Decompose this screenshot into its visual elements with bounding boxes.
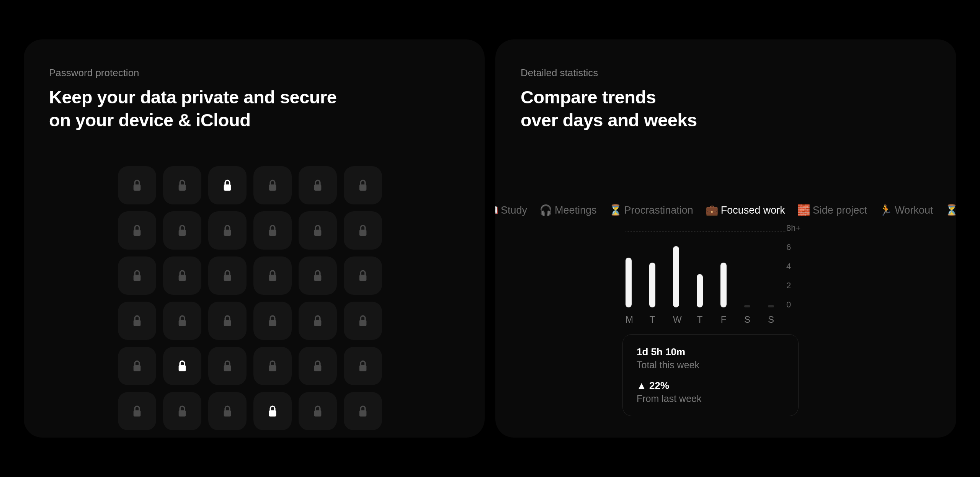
eyebrow-right: Detailed statistics (521, 67, 931, 79)
svg-rect-31 (179, 410, 186, 417)
y-tick: 6 (786, 242, 791, 252)
svg-rect-21 (269, 320, 276, 326)
lock-icon (358, 224, 368, 237)
lock-icon (132, 269, 142, 282)
svg-rect-10 (314, 230, 322, 236)
lock-tile (208, 211, 247, 250)
svg-rect-13 (179, 275, 186, 281)
lock-tile (253, 211, 292, 250)
lock-icon (222, 179, 233, 192)
lock-icon (222, 224, 233, 237)
category-procrastination[interactable]: ⏳Procrastination (611, 204, 693, 216)
lock-tile (208, 302, 247, 340)
category-focused-work[interactable]: 💼Focused work (708, 204, 785, 216)
svg-rect-25 (179, 365, 186, 371)
svg-rect-2 (224, 185, 231, 191)
lock-icon (267, 314, 278, 327)
lock-icon (177, 179, 188, 192)
category-study[interactable]: 📖Study (495, 204, 527, 216)
lock-icon (177, 224, 188, 237)
category-procrastination[interactable]: ⏳Procrastination (947, 204, 956, 216)
svg-rect-23 (359, 320, 367, 326)
delta-value: ▲ 22% (637, 380, 784, 392)
day-label: S (744, 314, 750, 325)
lock-tile (163, 256, 201, 295)
bar-T (649, 263, 655, 308)
lock-icon (358, 359, 368, 372)
lock-icon (132, 405, 142, 418)
svg-rect-6 (134, 230, 141, 236)
briefcase-icon: 💼 (708, 204, 716, 216)
lock-tile (208, 347, 247, 385)
lock-icon (177, 405, 188, 418)
category-strip[interactable]: 📖Study🎧Meetings⏳Procrastination💼Focused … (495, 204, 956, 216)
category-side-project[interactable]: 🧱Side project (800, 204, 867, 216)
svg-rect-32 (224, 410, 231, 417)
lock-icon (267, 359, 278, 372)
category-meetings[interactable]: 🎧Meetings (542, 204, 597, 216)
svg-rect-30 (134, 410, 141, 417)
lock-tile (344, 256, 382, 295)
svg-rect-17 (359, 275, 367, 281)
lock-tile (299, 347, 337, 385)
lock-tile (253, 166, 292, 204)
eyebrow-left: Password protection (49, 67, 459, 79)
svg-rect-5 (359, 185, 367, 191)
category-label: Meetings (555, 204, 597, 216)
svg-rect-19 (179, 320, 186, 326)
delta-label: From last week (637, 393, 784, 404)
lock-icon (358, 405, 368, 418)
svg-rect-27 (269, 365, 276, 371)
svg-rect-1 (179, 185, 186, 191)
lock-icon (312, 405, 323, 418)
svg-rect-28 (314, 365, 322, 371)
lock-icon (132, 179, 142, 192)
svg-rect-34 (314, 410, 322, 417)
day-label: F (720, 314, 727, 325)
lock-tile (344, 211, 382, 250)
svg-rect-15 (269, 275, 276, 281)
y-tick: 2 (786, 281, 791, 291)
lock-tile (208, 166, 247, 204)
svg-rect-7 (179, 230, 186, 236)
lock-icon (267, 405, 278, 418)
lock-icon (222, 359, 233, 372)
lock-icon (132, 314, 142, 327)
statistics-card: Detailed statistics Compare trends over … (495, 39, 956, 438)
svg-rect-4 (314, 185, 322, 191)
day-label: W (673, 314, 679, 325)
lock-tile (118, 347, 156, 385)
lock-tile (118, 256, 156, 295)
bar-chart: MTWTFSS 8h+6420 (626, 231, 774, 325)
svg-rect-33 (269, 410, 276, 417)
lock-tile (253, 347, 292, 385)
hourglass-icon: ⏳ (611, 204, 620, 216)
lock-tile (163, 347, 201, 385)
stack-icon: 🧱 (800, 204, 808, 216)
lock-tile (299, 392, 337, 430)
lock-icon (312, 314, 323, 327)
headphones-icon: 🎧 (542, 204, 550, 216)
lock-tile (299, 211, 337, 250)
lock-icon (312, 224, 323, 237)
lock-tile (344, 347, 382, 385)
lock-tile (344, 166, 382, 204)
lock-tile (344, 392, 382, 430)
book-icon: 📖 (495, 204, 496, 216)
svg-rect-16 (314, 275, 322, 281)
lock-tile (253, 302, 292, 340)
category-label: Procrastination (624, 204, 693, 216)
lock-grid (118, 166, 459, 430)
y-tick: 0 (786, 300, 791, 310)
lock-tile (208, 392, 247, 430)
lock-icon (312, 179, 323, 192)
svg-rect-0 (134, 185, 141, 191)
category-label: Focused work (721, 204, 785, 216)
svg-rect-8 (224, 230, 231, 236)
svg-rect-18 (134, 320, 141, 326)
day-label: T (697, 314, 703, 325)
category-workout[interactable]: 🏃Workout (882, 204, 933, 216)
lock-icon (358, 314, 368, 327)
lock-tile (344, 302, 382, 340)
lock-tile (163, 302, 201, 340)
